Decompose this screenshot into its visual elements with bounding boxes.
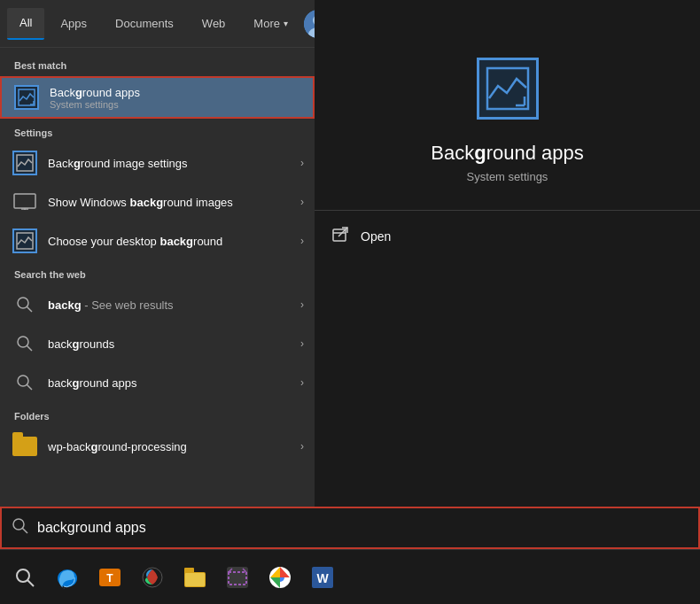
svg-rect-7 <box>14 194 35 208</box>
best-match-title: Background apps <box>50 86 302 99</box>
svg-point-25 <box>17 569 29 582</box>
chevron-right-icon-4: › <box>300 298 304 311</box>
taskbar-explorer-button[interactable] <box>175 558 214 597</box>
chevron-down-icon: ▾ <box>284 19 288 28</box>
search-bar-icon <box>12 518 28 538</box>
search-circle-icon-2 <box>17 336 33 352</box>
settings-icon-1 <box>11 149 39 177</box>
web-search-item-3-title: background apps <box>48 376 295 390</box>
svg-rect-33 <box>185 573 205 586</box>
search-web-label: Search the web <box>0 260 315 285</box>
taskbar-word-button[interactable]: W <box>303 558 342 597</box>
settings-item-3-text: Choose your desktop background <box>48 235 295 248</box>
taskbar: T <box>0 549 700 604</box>
best-match-subtitle: System settings <box>50 99 302 110</box>
svg-rect-3 <box>19 89 35 105</box>
bg-apps-icon-svg-2 <box>16 154 34 172</box>
svg-line-24 <box>22 528 27 533</box>
taskbar-chrome-button[interactable] <box>261 558 299 597</box>
chevron-right-icon-3: › <box>300 235 304 247</box>
settings-item-1-title: Background image settings <box>48 157 295 170</box>
background-apps-icon-small <box>12 83 41 112</box>
settings-item-2[interactable]: Show Windows background images › <box>0 182 315 221</box>
right-panel-app-icon <box>472 53 543 124</box>
web-search-item-2[interactable]: backgrounds › <box>0 324 315 363</box>
settings-label: Settings <box>0 119 315 143</box>
snip-icon <box>225 565 250 590</box>
divider <box>315 210 700 211</box>
web-search-item-1[interactable]: backg - See web results › <box>0 285 315 324</box>
web-search-item-1-title: backg - See web results <box>48 298 295 312</box>
svg-text:T: T <box>106 572 113 585</box>
results-list: Best match Background apps <box>0 48 315 549</box>
tab-more[interactable]: More ▾ <box>241 8 300 40</box>
chevron-right-icon-5: › <box>300 337 304 350</box>
chrome-icon <box>268 565 292 590</box>
search-circle-icon-3 <box>17 375 33 391</box>
open-label: Open <box>361 229 391 244</box>
folders-label: Folders <box>0 402 315 427</box>
taskbar-snip-button[interactable] <box>218 558 257 597</box>
open-action[interactable]: Open <box>315 220 700 253</box>
settings-item-2-title: Show Windows background images <box>48 196 295 209</box>
svg-rect-32 <box>184 568 194 574</box>
chevron-right-icon-1: › <box>300 157 304 169</box>
web-search-item-3[interactable]: background apps › <box>0 363 315 402</box>
folder-item-1[interactable]: wp-background-processing › <box>0 427 315 466</box>
svg-rect-17 <box>487 68 528 109</box>
bg-apps-icon-svg-3 <box>16 232 34 250</box>
bg-apps-icon-svg <box>18 89 35 106</box>
settings-item-3[interactable]: Choose your desktop background › <box>0 221 315 260</box>
svg-text:W: W <box>316 571 329 585</box>
word-icon: W <box>310 565 335 590</box>
web-search-item-1-text: backg - See web results <box>48 298 295 312</box>
search-panel: All Apps Documents Web More ▾ <box>0 0 700 549</box>
edge-icon <box>55 565 80 590</box>
right-panel: Background apps System settings Open <box>315 0 700 549</box>
svg-line-26 <box>27 580 34 586</box>
folder-item-1-title: wp-background-processing <box>48 440 295 453</box>
web-search-icon-3 <box>11 368 39 397</box>
svg-line-14 <box>27 345 32 351</box>
settings-item-3-title: Choose your desktop background <box>48 235 295 248</box>
taskbar-teams-button[interactable]: T <box>90 558 129 597</box>
web-search-item-3-text: background apps <box>48 376 295 390</box>
settings-icon-2 <box>11 188 39 216</box>
paint-icon <box>140 565 165 590</box>
bg-apps-large-svg <box>486 66 530 111</box>
search-bar[interactable] <box>0 507 700 549</box>
svg-rect-6 <box>17 155 33 171</box>
settings-item-2-text: Show Windows background images <box>48 196 295 209</box>
taskbar-edge-button[interactable] <box>48 558 87 597</box>
tab-apps[interactable]: Apps <box>48 8 99 40</box>
search-input[interactable] <box>37 520 688 536</box>
tab-all[interactable]: All <box>7 8 44 40</box>
settings-icon-3 <box>11 227 39 255</box>
svg-rect-10 <box>17 233 33 249</box>
taskbar-paint-button[interactable] <box>133 558 172 597</box>
open-icon <box>332 227 348 246</box>
file-explorer-icon <box>183 565 207 590</box>
web-search-item-2-title: backgrounds <box>48 337 295 351</box>
folder-item-1-text: wp-background-processing <box>48 440 295 453</box>
taskbar-search-button[interactable] <box>5 558 44 597</box>
web-search-item-2-text: backgrounds <box>48 337 295 351</box>
svg-line-16 <box>27 384 32 390</box>
right-panel-title: Background apps <box>431 142 583 165</box>
left-panel: All Apps Documents Web More ▾ <box>0 0 315 549</box>
best-match-text: Background apps System settings <box>50 86 302 110</box>
tab-documents[interactable]: Documents <box>103 8 186 40</box>
settings-item-1[interactable]: Background image settings › <box>0 143 315 182</box>
web-search-icon-1 <box>11 290 39 319</box>
taskbar-search-icon <box>15 568 35 587</box>
search-icon <box>12 518 28 534</box>
best-match-item[interactable]: Background apps System settings <box>0 76 315 119</box>
teams-icon: T <box>97 565 122 590</box>
chevron-right-icon-7: › <box>300 440 304 453</box>
monitor-icon <box>12 193 37 211</box>
right-panel-subtitle: System settings <box>467 170 548 183</box>
folder-icon-1 <box>11 432 39 461</box>
tab-web[interactable]: Web <box>190 8 238 40</box>
open-window-icon <box>332 227 348 243</box>
settings-item-1-text: Background image settings <box>48 157 295 170</box>
